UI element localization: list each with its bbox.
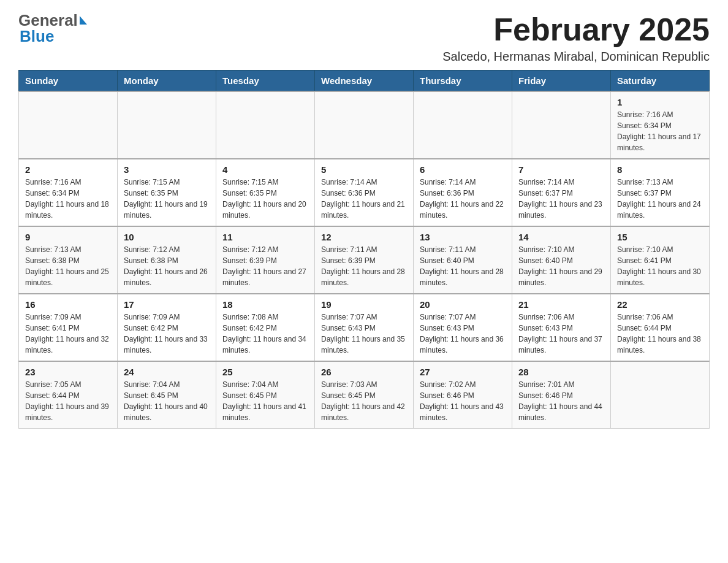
calendar-cell: 12Sunrise: 7:11 AMSunset: 6:39 PMDayligh… bbox=[315, 226, 414, 294]
day-number: 13 bbox=[420, 232, 506, 242]
day-number: 5 bbox=[321, 164, 407, 175]
day-info: Sunrise: 7:15 AMSunset: 6:35 PMDaylight:… bbox=[124, 177, 210, 221]
calendar-cell: 3Sunrise: 7:15 AMSunset: 6:35 PMDaylight… bbox=[118, 159, 216, 226]
logo-general-text: General bbox=[18, 12, 87, 28]
calendar-cell: 27Sunrise: 7:02 AMSunset: 6:46 PMDayligh… bbox=[414, 361, 512, 429]
calendar-cell: 22Sunrise: 7:06 AMSunset: 6:44 PMDayligh… bbox=[611, 294, 710, 361]
calendar-cell: 9Sunrise: 7:13 AMSunset: 6:38 PMDaylight… bbox=[19, 226, 118, 294]
calendar-cell: 15Sunrise: 7:10 AMSunset: 6:41 PMDayligh… bbox=[611, 226, 710, 294]
weekday-header-thursday: Thursday bbox=[414, 71, 512, 92]
calendar-cell: 25Sunrise: 7:04 AMSunset: 6:45 PMDayligh… bbox=[216, 361, 315, 429]
calendar-cell: 19Sunrise: 7:07 AMSunset: 6:43 PMDayligh… bbox=[315, 294, 414, 361]
calendar-table: SundayMondayTuesdayWednesdayThursdayFrid… bbox=[18, 70, 710, 429]
title-area: February 2025 Salcedo, Hermanas Mirabal,… bbox=[442, 12, 710, 64]
calendar-cell: 5Sunrise: 7:14 AMSunset: 6:36 PMDaylight… bbox=[315, 159, 414, 226]
day-info: Sunrise: 7:15 AMSunset: 6:35 PMDaylight:… bbox=[222, 177, 308, 221]
day-info: Sunrise: 7:06 AMSunset: 6:44 PMDaylight:… bbox=[617, 312, 703, 356]
calendar-cell: 11Sunrise: 7:12 AMSunset: 6:39 PMDayligh… bbox=[216, 226, 315, 294]
day-info: Sunrise: 7:05 AMSunset: 6:44 PMDaylight:… bbox=[25, 379, 111, 423]
day-info: Sunrise: 7:09 AMSunset: 6:41 PMDaylight:… bbox=[25, 312, 111, 356]
weekday-header-wednesday: Wednesday bbox=[315, 71, 414, 92]
day-number: 10 bbox=[124, 232, 210, 242]
calendar-cell bbox=[611, 361, 710, 429]
day-number: 17 bbox=[124, 299, 210, 310]
day-number: 19 bbox=[321, 299, 407, 310]
day-info: Sunrise: 7:16 AMSunset: 6:34 PMDaylight:… bbox=[25, 177, 111, 221]
calendar-body: 1Sunrise: 7:16 AMSunset: 6:34 PMDaylight… bbox=[19, 91, 710, 429]
day-info: Sunrise: 7:13 AMSunset: 6:38 PMDaylight:… bbox=[25, 244, 111, 288]
calendar-cell bbox=[118, 91, 216, 159]
day-info: Sunrise: 7:11 AMSunset: 6:40 PMDaylight:… bbox=[420, 244, 506, 288]
day-number: 27 bbox=[420, 367, 506, 377]
calendar-cell: 6Sunrise: 7:14 AMSunset: 6:36 PMDaylight… bbox=[414, 159, 512, 226]
day-number: 23 bbox=[25, 367, 111, 377]
day-info: Sunrise: 7:13 AMSunset: 6:37 PMDaylight:… bbox=[617, 177, 703, 221]
day-info: Sunrise: 7:02 AMSunset: 6:46 PMDaylight:… bbox=[420, 379, 506, 423]
location-title: Salcedo, Hermanas Mirabal, Dominican Rep… bbox=[442, 50, 710, 64]
logo-general-label: General bbox=[18, 12, 78, 28]
day-number: 18 bbox=[222, 299, 308, 310]
calendar-cell: 26Sunrise: 7:03 AMSunset: 6:45 PMDayligh… bbox=[315, 361, 414, 429]
day-number: 28 bbox=[518, 367, 604, 377]
day-info: Sunrise: 7:04 AMSunset: 6:45 PMDaylight:… bbox=[124, 379, 210, 423]
day-info: Sunrise: 7:07 AMSunset: 6:43 PMDaylight:… bbox=[420, 312, 506, 356]
day-number: 1 bbox=[617, 97, 703, 107]
day-number: 11 bbox=[222, 232, 308, 242]
calendar-cell: 2Sunrise: 7:16 AMSunset: 6:34 PMDaylight… bbox=[19, 159, 118, 226]
day-info: Sunrise: 7:10 AMSunset: 6:41 PMDaylight:… bbox=[617, 244, 703, 288]
day-number: 14 bbox=[518, 232, 604, 242]
day-info: Sunrise: 7:12 AMSunset: 6:39 PMDaylight:… bbox=[222, 244, 308, 288]
calendar-cell: 4Sunrise: 7:15 AMSunset: 6:35 PMDaylight… bbox=[216, 159, 315, 226]
calendar-cell: 13Sunrise: 7:11 AMSunset: 6:40 PMDayligh… bbox=[414, 226, 512, 294]
logo-blue-label: Blue bbox=[20, 28, 87, 44]
calendar-cell: 16Sunrise: 7:09 AMSunset: 6:41 PMDayligh… bbox=[19, 294, 118, 361]
day-number: 6 bbox=[420, 164, 506, 175]
day-number: 15 bbox=[617, 232, 703, 242]
calendar-cell: 21Sunrise: 7:06 AMSunset: 6:43 PMDayligh… bbox=[512, 294, 611, 361]
day-number: 2 bbox=[25, 164, 111, 175]
calendar-cell: 17Sunrise: 7:09 AMSunset: 6:42 PMDayligh… bbox=[118, 294, 216, 361]
day-number: 4 bbox=[222, 164, 308, 175]
day-info: Sunrise: 7:14 AMSunset: 6:37 PMDaylight:… bbox=[518, 177, 604, 221]
day-info: Sunrise: 7:06 AMSunset: 6:43 PMDaylight:… bbox=[518, 312, 604, 356]
calendar-cell: 14Sunrise: 7:10 AMSunset: 6:40 PMDayligh… bbox=[512, 226, 611, 294]
day-info: Sunrise: 7:08 AMSunset: 6:42 PMDaylight:… bbox=[222, 312, 308, 356]
weekday-header-friday: Friday bbox=[512, 71, 611, 92]
weekday-header-tuesday: Tuesday bbox=[216, 71, 315, 92]
calendar-cell: 10Sunrise: 7:12 AMSunset: 6:38 PMDayligh… bbox=[118, 226, 216, 294]
day-info: Sunrise: 7:11 AMSunset: 6:39 PMDaylight:… bbox=[321, 244, 407, 288]
calendar-cell: 18Sunrise: 7:08 AMSunset: 6:42 PMDayligh… bbox=[216, 294, 315, 361]
day-number: 12 bbox=[321, 232, 407, 242]
calendar-cell bbox=[216, 91, 315, 159]
day-number: 20 bbox=[420, 299, 506, 310]
calendar-cell bbox=[315, 91, 414, 159]
header: General Blue February 2025 Salcedo, Herm… bbox=[18, 12, 710, 64]
week-row-3: 9Sunrise: 7:13 AMSunset: 6:38 PMDaylight… bbox=[19, 226, 710, 294]
calendar-cell bbox=[19, 91, 118, 159]
week-row-5: 23Sunrise: 7:05 AMSunset: 6:44 PMDayligh… bbox=[19, 361, 710, 429]
day-number: 25 bbox=[222, 367, 308, 377]
week-row-4: 16Sunrise: 7:09 AMSunset: 6:41 PMDayligh… bbox=[19, 294, 710, 361]
logo-area: General Blue bbox=[18, 12, 87, 44]
calendar-cell: 8Sunrise: 7:13 AMSunset: 6:37 PMDaylight… bbox=[611, 159, 710, 226]
weekday-header-row: SundayMondayTuesdayWednesdayThursdayFrid… bbox=[19, 71, 710, 92]
day-number: 22 bbox=[617, 299, 703, 310]
day-number: 16 bbox=[25, 299, 111, 310]
day-info: Sunrise: 7:12 AMSunset: 6:38 PMDaylight:… bbox=[124, 244, 210, 288]
day-info: Sunrise: 7:14 AMSunset: 6:36 PMDaylight:… bbox=[420, 177, 506, 221]
weekday-header-saturday: Saturday bbox=[611, 71, 710, 92]
day-number: 26 bbox=[321, 367, 407, 377]
week-row-2: 2Sunrise: 7:16 AMSunset: 6:34 PMDaylight… bbox=[19, 159, 710, 226]
weekday-header-sunday: Sunday bbox=[19, 71, 118, 92]
day-info: Sunrise: 7:04 AMSunset: 6:45 PMDaylight:… bbox=[222, 379, 308, 423]
day-number: 9 bbox=[25, 232, 111, 242]
calendar-cell: 28Sunrise: 7:01 AMSunset: 6:46 PMDayligh… bbox=[512, 361, 611, 429]
logo-arrow-icon bbox=[80, 16, 87, 25]
day-info: Sunrise: 7:07 AMSunset: 6:43 PMDaylight:… bbox=[321, 312, 407, 356]
calendar-cell: 23Sunrise: 7:05 AMSunset: 6:44 PMDayligh… bbox=[19, 361, 118, 429]
day-number: 21 bbox=[518, 299, 604, 310]
day-info: Sunrise: 7:09 AMSunset: 6:42 PMDaylight:… bbox=[124, 312, 210, 356]
calendar-cell bbox=[512, 91, 611, 159]
calendar-cell: 24Sunrise: 7:04 AMSunset: 6:45 PMDayligh… bbox=[118, 361, 216, 429]
day-info: Sunrise: 7:16 AMSunset: 6:34 PMDaylight:… bbox=[617, 109, 703, 153]
